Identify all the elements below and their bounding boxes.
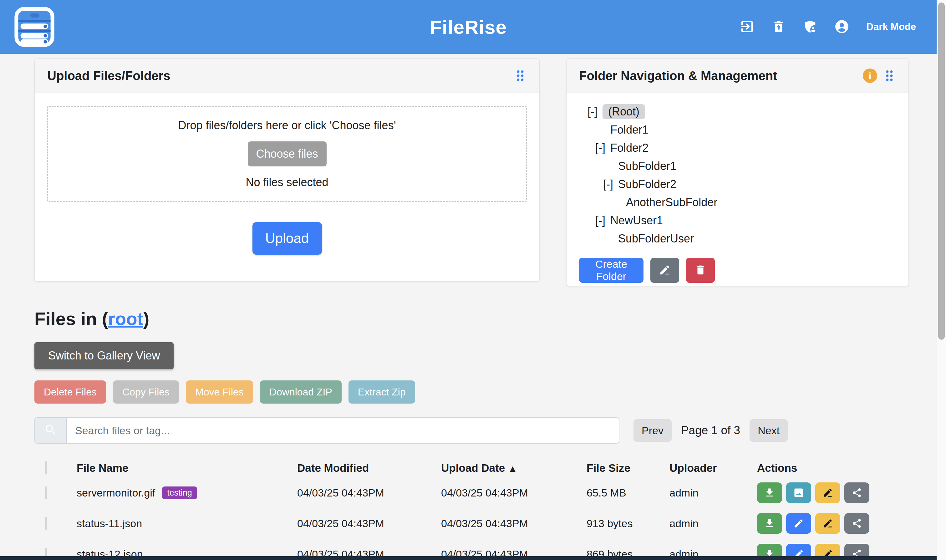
select-all-checkbox[interactable]	[45, 461, 47, 475]
rename-folder-button[interactable]	[651, 258, 679, 283]
tree-expander[interactable]: [-]	[579, 105, 603, 118]
info-icon[interactable]: i	[863, 69, 877, 83]
tree-label[interactable]: Folder1	[610, 123, 649, 136]
folder-tree-item[interactable]: SubFolder1	[579, 157, 896, 175]
col-upload-date[interactable]: Upload Date ▲	[441, 462, 586, 474]
folder-tree-item[interactable]: [-]NewUser1	[579, 211, 896, 230]
app-header: FileRise Dark Mode	[0, 0, 937, 54]
table-body: servermonitor.giftesting04/03/25 04:43PM…	[34, 477, 909, 560]
share-icon	[852, 518, 862, 529]
row-actions	[757, 482, 909, 503]
sort-arrow-icon: ▲	[508, 463, 517, 474]
files-table: File Name Date Modified Upload Date ▲ Fi…	[34, 458, 909, 560]
file-size-cell: 65.5 MB	[586, 487, 669, 499]
tree-label[interactable]: SubFolder1	[618, 160, 676, 173]
trash-icon	[694, 264, 706, 277]
edit-button[interactable]	[786, 513, 811, 534]
restore-trash-button[interactable]	[771, 19, 786, 35]
upload-button[interactable]: Upload	[252, 222, 322, 255]
tree-label[interactable]: (Root)	[603, 104, 645, 119]
share-icon	[852, 488, 862, 498]
table-row: servermonitor.giftesting04/03/25 04:43PM…	[34, 477, 909, 508]
col-file-name[interactable]: File Name	[77, 462, 297, 474]
restore-trash-icon	[771, 19, 786, 35]
folder-card-title: Folder Navigation & Management	[579, 69, 777, 83]
folder-tree-item[interactable]: [-](Root)	[579, 103, 896, 121]
table-row: status-11.json04/03/25 04:43PM04/03/25 0…	[34, 508, 909, 539]
download-button[interactable]	[757, 513, 782, 534]
tree-expander[interactable]: [-]	[587, 214, 610, 227]
drag-handle-icon[interactable]	[885, 69, 896, 83]
search-icon	[44, 423, 57, 438]
account-icon	[834, 19, 850, 35]
row-checkbox[interactable]	[45, 486, 47, 499]
folder-tree: [-](Root)Folder1[-]Folder2SubFolder1[-]S…	[579, 103, 896, 248]
upload-card: Upload Files/Folders Drop files/folders …	[34, 58, 540, 282]
tree-expander[interactable]: [-]	[595, 178, 618, 191]
files-heading-prefix: Files in (	[34, 308, 108, 329]
rename-button[interactable]	[815, 482, 840, 503]
edit-icon	[793, 518, 804, 529]
files-heading: Files in (root)	[34, 308, 946, 329]
rename-icon	[823, 488, 833, 498]
download-zip-button[interactable]: Download ZIP	[260, 380, 341, 403]
upload-date-cell: 04/03/25 04:43PM	[441, 487, 586, 499]
no-files-text: No files selected	[246, 176, 328, 189]
folder-tree-item[interactable]: AnotherSubFolder	[579, 193, 896, 211]
file-name[interactable]: status-11.json	[77, 517, 142, 530]
upload-card-title: Upload Files/Folders	[47, 69, 170, 83]
copy-files-button[interactable]: Copy Files	[113, 380, 179, 403]
search-input[interactable]	[66, 417, 619, 444]
file-name[interactable]: servermonitor.gif	[77, 487, 155, 499]
col-date-modified[interactable]: Date Modified	[297, 462, 441, 474]
next-page-button[interactable]: Next	[749, 419, 788, 442]
folder-tree-item[interactable]: SubFolderUser	[579, 230, 896, 248]
dark-mode-toggle[interactable]: Dark Mode	[866, 21, 916, 32]
file-size-cell: 913 bytes	[586, 517, 669, 530]
date-modified-cell: 04/03/25 04:43PM	[297, 487, 441, 499]
bulk-actions-row: Delete FilesCopy FilesMove FilesDownload…	[34, 380, 946, 403]
tree-expander[interactable]: [-]	[587, 142, 610, 155]
scrollbar-thumb[interactable]	[938, 3, 945, 340]
share-button[interactable]	[844, 513, 869, 534]
dropzone-text: Drop files/folders here or click 'Choose…	[178, 119, 396, 132]
account-button[interactable]	[834, 19, 850, 35]
tree-label[interactable]: SubFolderUser	[618, 232, 694, 245]
folder-tree-item[interactable]: [-]Folder2	[579, 139, 896, 157]
admin-shield-button[interactable]	[803, 19, 817, 35]
choose-files-button[interactable]: Choose files	[248, 142, 327, 166]
move-files-button[interactable]: Move Files	[186, 380, 253, 403]
drag-handle-icon[interactable]	[516, 69, 527, 83]
logout-icon	[740, 19, 755, 35]
folder-tree-item[interactable]: [-]SubFolder2	[579, 175, 896, 193]
root-folder-link[interactable]: root	[108, 308, 143, 329]
scrollbar-track[interactable]	[937, 0, 946, 560]
tree-label[interactable]: NewUser1	[610, 214, 663, 227]
preview-icon	[793, 487, 804, 498]
share-button[interactable]	[844, 482, 869, 503]
page-indicator: Page 1 of 3	[681, 424, 740, 437]
logout-button[interactable]	[740, 19, 755, 35]
delete-folder-button[interactable]	[686, 258, 715, 283]
footer-bar	[0, 556, 937, 560]
delete-files-button[interactable]: Delete Files	[34, 380, 106, 403]
uploader-cell: admin	[669, 487, 757, 499]
row-checkbox[interactable]	[45, 517, 47, 530]
upload-date-cell: 04/03/25 04:43PM	[441, 517, 586, 530]
create-folder-button[interactable]: Create Folder	[579, 258, 643, 283]
folder-tree-item[interactable]: Folder1	[579, 121, 896, 139]
gallery-view-toggle[interactable]: Switch to Gallery View	[34, 342, 174, 369]
col-file-size[interactable]: File Size	[586, 462, 669, 474]
prev-page-button[interactable]: Prev	[634, 419, 672, 442]
download-icon	[764, 518, 775, 529]
tree-label[interactable]: AnotherSubFolder	[626, 196, 717, 209]
extract-zip-button[interactable]: Extract Zip	[349, 380, 415, 403]
download-icon	[764, 487, 775, 498]
col-uploader[interactable]: Uploader	[669, 462, 757, 474]
download-button[interactable]	[757, 482, 782, 503]
upload-dropzone[interactable]: Drop files/folders here or click 'Choose…	[47, 106, 527, 202]
tree-label[interactable]: Folder2	[610, 142, 649, 155]
preview-button[interactable]	[786, 482, 811, 503]
tree-label[interactable]: SubFolder2	[618, 178, 676, 191]
rename-button[interactable]	[815, 513, 840, 534]
